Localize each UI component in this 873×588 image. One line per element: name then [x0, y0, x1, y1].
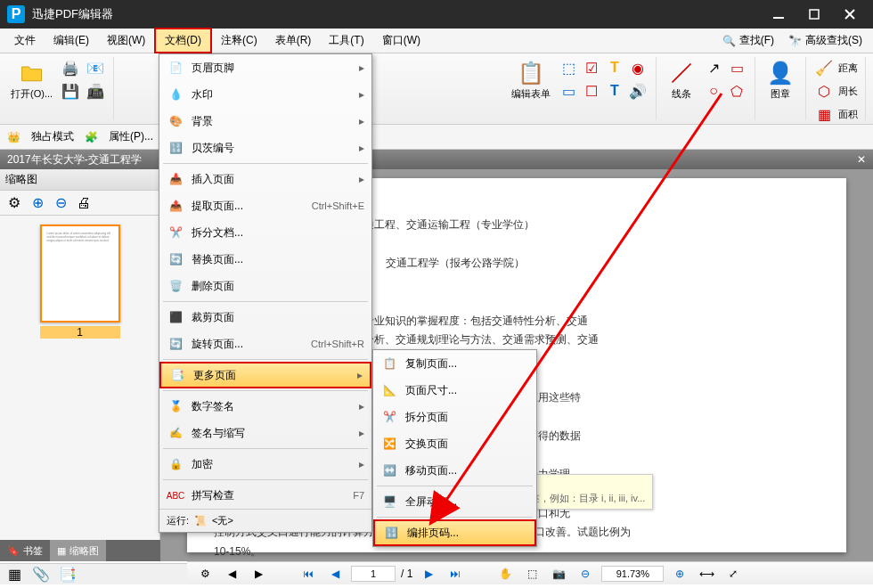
dd-delete-page[interactable]: 🗑️删除页面: [159, 273, 371, 299]
area-label[interactable]: 面积: [838, 108, 858, 121]
sub-page-size[interactable]: 📐页面尺寸...: [373, 377, 536, 404]
dd-crop-page[interactable]: ⬛裁剪页面: [159, 304, 371, 331]
page-number-input[interactable]: [351, 566, 396, 582]
last-page-icon[interactable]: ⏭: [445, 563, 466, 584]
first-page-icon[interactable]: ⏮: [298, 563, 319, 584]
menubar: 文件 编辑(E) 视图(W) 文档(D) 注释(C) 表单(R) 工具(T) 窗…: [0, 29, 873, 53]
nav-back-icon[interactable]: ◀: [221, 563, 242, 584]
email-button[interactable]: 📧: [85, 57, 106, 78]
dd-encrypt[interactable]: 🔒加密▸: [159, 451, 371, 478]
dd-rotate-page[interactable]: 🔄旋转页面...Ctrl+Shift+R: [159, 331, 371, 357]
menu-window[interactable]: 窗口(W): [373, 29, 429, 52]
options-icon[interactable]: ⚙: [4, 192, 25, 214]
line-tool-button[interactable]: 线条: [664, 57, 699, 102]
dd-label: 背景: [192, 114, 359, 129]
dd-spellcheck[interactable]: ABC拼写检查F7: [159, 482, 371, 509]
rect-shape-icon[interactable]: ▭: [726, 57, 747, 78]
dropdown-icon[interactable]: ▭: [558, 80, 579, 102]
listbox-icon[interactable]: ☐: [581, 80, 602, 102]
dd-footer: 运行: 📜 <无>: [159, 509, 371, 532]
circle-shape-icon[interactable]: ○: [703, 80, 724, 102]
dd-more-pages[interactable]: 📑更多页面▸: [159, 362, 371, 388]
hand-tool-icon[interactable]: ✋: [494, 563, 516, 584]
dd-watermark[interactable]: 💧水印▸: [159, 81, 371, 108]
menu-form[interactable]: 表单(R): [266, 29, 321, 52]
options-gear-icon[interactable]: ⚙: [194, 563, 216, 584]
sub-move-page[interactable]: ↔️移动页面...: [373, 457, 536, 484]
close-tab-icon[interactable]: ✕: [857, 153, 866, 166]
eraser-icon[interactable]: 🧹: [813, 57, 835, 78]
dd-replace-page[interactable]: 🔄替换页面...: [159, 246, 371, 273]
textfield-icon[interactable]: ⬚: [558, 57, 579, 78]
attachment-icon[interactable]: 📎: [30, 564, 52, 585]
sub-split-page[interactable]: ✂️拆分页面: [373, 404, 536, 430]
sub-number-pages[interactable]: 🔢编排页码...: [373, 519, 536, 546]
scan-button[interactable]: 📠: [85, 80, 106, 102]
chevron-right-icon: ▸: [359, 115, 364, 127]
select-tool-icon[interactable]: ⬚: [521, 563, 543, 584]
dd-background[interactable]: 🎨背景▸: [159, 108, 371, 135]
fit-page-icon[interactable]: ⤢: [722, 563, 744, 584]
dd-sign-abbrev[interactable]: ✍️签名与缩写▸: [159, 420, 371, 446]
next-page-icon[interactable]: ▶: [418, 563, 439, 584]
open-button[interactable]: 打开(O)...: [7, 57, 56, 102]
sidebar-tab-bookmark[interactable]: 🔖书签: [0, 540, 50, 561]
lock-icon: 🔒: [167, 455, 184, 473]
advanced-find-button[interactable]: 🔭 高级查找(S): [783, 31, 868, 50]
find-button[interactable]: 🔍 查找(F): [717, 31, 779, 50]
menu-edit[interactable]: 编辑(E): [45, 29, 98, 52]
close-button[interactable]: [841, 5, 859, 23]
secondary-toolbar: 👑 独占模式 🧩 属性(P)...: [0, 125, 873, 150]
radio-icon[interactable]: ◉: [627, 57, 649, 78]
perimeter-label[interactable]: 周长: [838, 85, 858, 98]
checkbox-icon[interactable]: ☑: [581, 57, 602, 78]
perimeter-icon[interactable]: ⬡: [813, 80, 835, 102]
zoom-in-icon[interactable]: ⊕: [27, 192, 48, 214]
area-icon[interactable]: ▦: [813, 103, 835, 125]
menu-tools[interactable]: 工具(T): [320, 29, 372, 52]
text-T2-icon[interactable]: T: [604, 80, 625, 102]
sub-copy-page[interactable]: 📋复制页面...: [373, 350, 536, 377]
dd-extract-page[interactable]: 📤提取页面...Ctrl+Shift+E: [159, 192, 371, 219]
maximize-button[interactable]: [805, 5, 823, 23]
menu-document[interactable]: 文档(D): [154, 28, 212, 53]
zoom-out-btn[interactable]: ⊖: [575, 563, 596, 584]
menu-file[interactable]: 文件: [5, 29, 45, 52]
dd-bates[interactable]: 🔢贝茨编号▸: [159, 135, 371, 161]
menu-comment[interactable]: 注释(C): [212, 29, 266, 52]
sidebar-tab-thumbnail[interactable]: ▦缩略图: [50, 540, 106, 561]
polygon-shape-icon[interactable]: ⬠: [726, 80, 747, 102]
menu-view[interactable]: 视图(W): [98, 29, 154, 52]
sidebar-header: 缩略图: [0, 169, 159, 191]
snapshot-icon[interactable]: 📷: [548, 563, 569, 584]
zoom-in-btn[interactable]: ⊕: [669, 563, 690, 584]
document-tab[interactable]: 2017年长安大学-交通工程学 ✕: [0, 150, 873, 169]
arrow-shape-icon[interactable]: ↗: [703, 57, 724, 78]
print-button[interactable]: 🖨️: [60, 57, 81, 78]
pages-icon[interactable]: ▦: [4, 564, 25, 585]
edit-form-button[interactable]: 📋 编辑表单: [508, 57, 554, 102]
text-T-icon[interactable]: T: [604, 57, 625, 78]
sound-icon[interactable]: 🔊: [627, 80, 649, 102]
distance-label[interactable]: 距离: [838, 61, 858, 75]
dd-digital-sign[interactable]: 🏅数字签名▸: [159, 393, 371, 420]
print-thumbnail-icon[interactable]: 🖨: [73, 192, 94, 214]
nav-forward-icon[interactable]: ▶: [248, 563, 269, 584]
prev-page-icon[interactable]: ◀: [324, 563, 346, 584]
thumbnail-page-1[interactable]: Lorem ipsum dolor sit amet consectetur a…: [40, 225, 120, 339]
sub-fullscreen-anim[interactable]: 🖥️全屏动画...: [373, 488, 536, 515]
dd-insert-page[interactable]: 📥插入页面▸: [159, 166, 371, 192]
dd-split-doc[interactable]: ✂️拆分文档...: [159, 219, 371, 246]
zoom-input[interactable]: [601, 566, 664, 582]
layers-icon[interactable]: 📑: [57, 564, 78, 585]
dd-header-footer[interactable]: 📄页眉页脚▸: [159, 54, 371, 81]
zoom-out-icon[interactable]: ⊖: [50, 192, 71, 214]
minimize-button[interactable]: [770, 5, 787, 23]
fit-width-icon[interactable]: ⟷: [696, 563, 717, 584]
stamp-button[interactable]: 👤 图章: [763, 57, 798, 102]
properties-button[interactable]: 属性(P)...: [109, 129, 153, 144]
sub-swap-page[interactable]: 🔀交换页面: [373, 430, 536, 457]
exclusive-mode-button[interactable]: 独占模式: [31, 129, 74, 144]
save-button[interactable]: 💾: [60, 80, 81, 102]
dd-label: 插入页面: [192, 172, 359, 187]
